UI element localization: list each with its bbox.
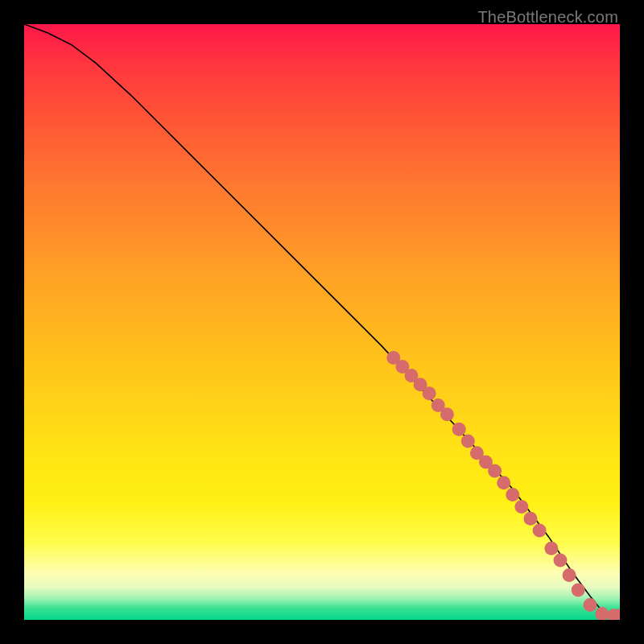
data-marker xyxy=(524,512,538,526)
data-marker xyxy=(488,464,502,478)
data-marker xyxy=(533,524,547,538)
data-markers xyxy=(386,351,620,620)
chart-container: TheBottleneck.com xyxy=(0,0,644,644)
data-marker xyxy=(584,598,597,612)
data-marker xyxy=(440,407,454,421)
data-marker xyxy=(497,476,510,489)
data-marker xyxy=(595,607,609,620)
data-marker xyxy=(554,554,568,568)
data-marker xyxy=(452,423,466,436)
watermark-text: TheBottleneck.com xyxy=(477,8,618,27)
data-marker xyxy=(563,568,576,582)
data-marker xyxy=(423,386,436,400)
plot-area xyxy=(24,24,620,620)
chart-overlay xyxy=(24,24,620,620)
data-marker xyxy=(572,584,585,597)
data-marker xyxy=(514,500,528,514)
data-marker xyxy=(461,435,475,448)
data-marker xyxy=(544,542,558,555)
bottleneck-curve xyxy=(24,24,620,617)
data-marker xyxy=(506,488,519,502)
